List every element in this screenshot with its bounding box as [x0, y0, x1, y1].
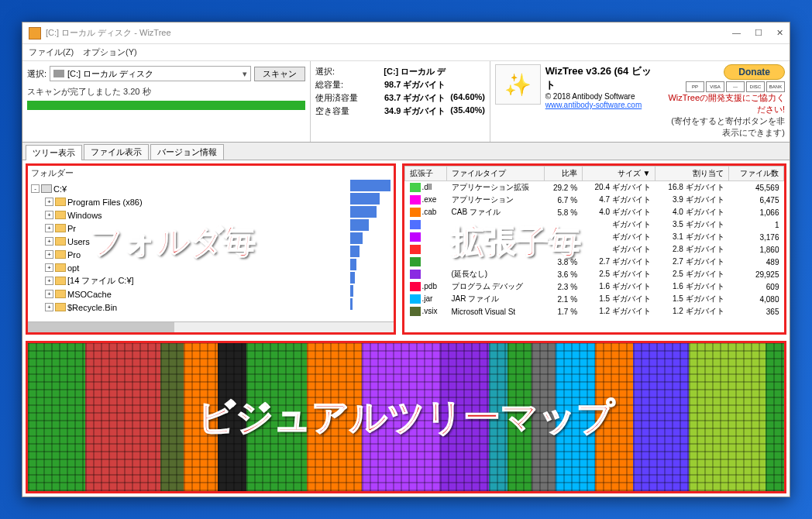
- treemap-block[interactable]: [766, 343, 784, 491]
- tree-label: opt: [67, 263, 79, 273]
- expander-icon[interactable]: +: [45, 303, 53, 311]
- table-row[interactable]: .exeアプリケーション6.7 %4.7 ギガバイト3.9 ギガバイト6,475: [405, 194, 784, 206]
- table-row[interactable]: 3.8 %2.7 ギガバイト2.7 ギガバイト489: [405, 256, 784, 268]
- treemap-panel[interactable]: [C:¥] ビジュアルツリーマップ: [26, 341, 786, 493]
- column-header[interactable]: 割り当て: [655, 167, 729, 181]
- view-tabs: ツリー表示 ファイル表示 バージョン情報: [22, 143, 790, 160]
- treemap-block[interactable]: [633, 343, 689, 491]
- drive-combo-text: [C:] ローカル ディスク: [67, 68, 153, 80]
- treemap-block[interactable]: [532, 343, 555, 491]
- table-row[interactable]: .jarJAR ファイル2.1 %1.5 ギガバイト1.5 ギガバイト4,080: [405, 293, 784, 305]
- folder-icon: [55, 224, 66, 232]
- menu-file[interactable]: ファイル(Z): [29, 46, 74, 58]
- treemap-block[interactable]: [440, 343, 489, 491]
- drive-info: 選択:[C:] ローカル デ 総容量:98.7 ギガバイト 使用済容量63.7 …: [315, 66, 485, 117]
- table-row[interactable]: ギガバイト3.5 ギガバイト1: [405, 218, 784, 231]
- table-row[interactable]: .vsixMicrosoft Visual St1.7 %1.2 ギガバイト1.…: [405, 305, 784, 318]
- treemap-block[interactable]: [489, 343, 508, 491]
- expander-icon[interactable]: +: [45, 224, 53, 232]
- maximize-button[interactable]: ☐: [755, 28, 762, 38]
- drive-combo[interactable]: [C:] ローカル ディスク ▾: [50, 66, 251, 81]
- scan-status: スキャンが完了しました 3.20 秒: [27, 86, 305, 98]
- brand-url[interactable]: www.antibody-software.com: [545, 101, 659, 109]
- close-button[interactable]: ✕: [776, 28, 783, 38]
- tree-row[interactable]: +Pr: [31, 222, 394, 235]
- folder-header: フォルダー: [28, 166, 394, 180]
- column-header[interactable]: ファイル数: [729, 167, 784, 181]
- treemap-block[interactable]: [85, 343, 160, 491]
- table-row[interactable]: .dllアプリケーション拡張29.2 %20.4 ギガバイト16.8 ギガバイト…: [405, 181, 784, 194]
- expander-icon[interactable]: +: [45, 263, 53, 272]
- tree-row[interactable]: +$Recycle.Bin: [31, 301, 394, 314]
- treemap-block[interactable]: [595, 343, 632, 491]
- treemap-block[interactable]: [307, 343, 362, 491]
- treemap-block[interactable]: [246, 343, 307, 491]
- column-header[interactable]: サイズ ▼: [582, 167, 655, 181]
- expander-icon[interactable]: +: [45, 277, 53, 285]
- tree-row[interactable]: +MSOCache: [31, 287, 394, 301]
- brand-copyright: © 2018 Antibody Software: [545, 92, 659, 101]
- extension-panel: 拡張子ファイルタイプ比率サイズ ▼割り当てファイル数 .dllアプリケーション拡…: [402, 163, 786, 335]
- treemap-block[interactable]: [689, 343, 766, 491]
- treemap-block[interactable]: [28, 343, 85, 491]
- tree-row[interactable]: -C:¥: [31, 182, 394, 195]
- treemap-block[interactable]: [556, 343, 596, 491]
- treemap-block[interactable]: [508, 343, 532, 491]
- tree-label: $Recycle.Bin: [67, 303, 117, 312]
- window-title: [C:] ローカル ディスク - WizTree: [46, 27, 171, 39]
- tree-row[interactable]: +Windows: [31, 208, 394, 222]
- tree-label: Program Files (x86): [67, 198, 143, 207]
- donate-button[interactable]: Donate: [724, 64, 785, 80]
- treemap-block[interactable]: [362, 343, 440, 491]
- tab-tree[interactable]: ツリー表示: [26, 145, 82, 160]
- expander-icon[interactable]: +: [45, 198, 53, 206]
- size-bars: [350, 180, 391, 311]
- folder-icon: [55, 263, 66, 272]
- folder-icon: [55, 303, 66, 311]
- minimize-button[interactable]: —: [732, 28, 741, 38]
- tree-row[interactable]: +Pro: [31, 248, 394, 261]
- donate-line2: (寄付をすると寄付ボタンを非表示にできます): [664, 115, 785, 139]
- tree-row[interactable]: +[14 ファイル C:¥]: [31, 274, 394, 287]
- tab-files[interactable]: ファイル表示: [84, 144, 149, 160]
- tab-version[interactable]: バージョン情報: [150, 144, 224, 160]
- column-header[interactable]: ファイルタイプ: [447, 167, 545, 181]
- column-header[interactable]: 比率: [545, 167, 583, 181]
- table-row[interactable]: (延長なし)3.6 %2.5 ギガバイト2.5 ギガバイト29,925: [405, 268, 784, 280]
- column-header[interactable]: 拡張子: [405, 167, 447, 181]
- expander-icon[interactable]: -: [31, 184, 40, 193]
- menu-options[interactable]: オプション(Y): [83, 46, 137, 58]
- scan-progress: [27, 101, 305, 110]
- drive-icon: [53, 70, 64, 77]
- expander-icon[interactable]: +: [45, 290, 53, 298]
- chevron-down-icon: ▾: [243, 69, 247, 79]
- tree-row[interactable]: +Users: [31, 235, 394, 248]
- expander-icon[interactable]: +: [45, 237, 53, 246]
- wand-icon: ✨: [495, 64, 541, 105]
- folder-panel: フォルダー -C:¥+Program Files (x86)+Windows+P…: [26, 163, 396, 335]
- title-bar[interactable]: [C:] ローカル ディスク - WizTree — ☐ ✕: [22, 22, 790, 44]
- treemap-block[interactable]: [160, 343, 184, 491]
- brand-block: WizTree v3.26 (64 ビット © 2018 Antibody So…: [545, 64, 659, 139]
- tree-row[interactable]: +opt: [31, 261, 394, 274]
- folder-tree[interactable]: -C:¥+Program Files (x86)+Windows+Pr+User…: [28, 180, 394, 314]
- table-row[interactable]: .pdbプログラム デバッグ2.3 %1.6 ギガバイト1.6 ギガバイト609: [405, 280, 784, 293]
- tree-label: Windows: [67, 211, 102, 220]
- table-row[interactable]: ギガバイト3.1 ギガバイト3,176: [405, 231, 784, 243]
- folder-icon: [55, 237, 66, 246]
- table-row[interactable]: .cabCAB ファイル5.8 %4.0 ギガバイト4.0 ギガバイト1,066: [405, 206, 784, 218]
- menu-bar: ファイル(Z) オプション(Y): [22, 44, 790, 61]
- extension-table[interactable]: 拡張子ファイルタイプ比率サイズ ▼割り当てファイル数 .dllアプリケーション拡…: [404, 166, 784, 318]
- expander-icon[interactable]: +: [45, 250, 53, 259]
- h-scrollbar[interactable]: [28, 321, 394, 332]
- treemap-block[interactable]: [184, 343, 217, 491]
- folder-icon: [55, 198, 66, 206]
- table-row[interactable]: ギガバイト2.8 ギガバイト1,860: [405, 243, 784, 256]
- scan-button[interactable]: スキャン: [254, 67, 305, 81]
- treemap-block[interactable]: [218, 343, 247, 491]
- expander-icon[interactable]: +: [45, 211, 53, 219]
- tree-row[interactable]: +Program Files (x86): [31, 195, 394, 208]
- tree-label: C:¥: [53, 184, 67, 194]
- tree-label: MSOCache: [67, 290, 112, 299]
- drive-icon: [41, 184, 52, 193]
